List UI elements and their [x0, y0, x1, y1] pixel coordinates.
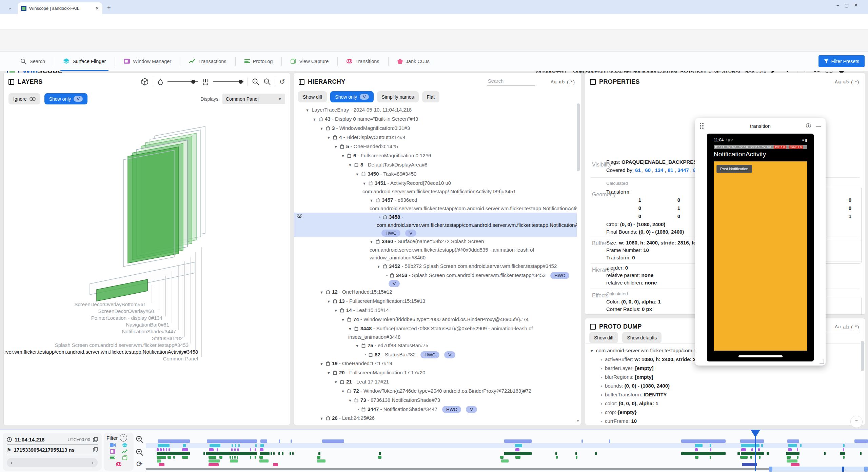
caret-down-icon[interactable]: ▼ — [377, 263, 383, 271]
protolog-track-segment[interactable] — [787, 456, 791, 459]
timestamp-value[interactable]: 11:04:14.218 — [15, 437, 44, 442]
collapse-panel-icon[interactable] — [590, 79, 596, 85]
next-frame-icon[interactable]: › — [92, 460, 94, 465]
transactions-track-segment[interactable] — [681, 452, 726, 455]
protolog-track-segment[interactable] — [182, 456, 188, 459]
screen-recording-track-segment[interactable] — [681, 439, 726, 443]
screen-recording-track-segment[interactable] — [740, 439, 764, 443]
protolog-track-segment[interactable] — [237, 456, 238, 459]
protolog-filter-icon[interactable] — [110, 455, 115, 459]
regex-icon[interactable]: (.*) — [851, 80, 860, 84]
tree-row[interactable]: ▼3452 - 58b272 Splash Screen com.android… — [294, 262, 577, 271]
tree-row[interactable]: ▼LayerTraceEntry - 2024-05-10, 11:04:14.… — [294, 105, 577, 115]
properties-search-options[interactable]: Aa ab (.*) — [835, 80, 860, 84]
view-capture-track-segment[interactable] — [230, 459, 238, 463]
tab-view-capture[interactable]: View Capture — [282, 52, 337, 71]
simplify-names-chip[interactable]: Simplify names — [377, 91, 419, 102]
window-manager-track-segment[interactable] — [741, 448, 746, 451]
whole-word-icon[interactable]: ab — [843, 80, 849, 84]
transactions-track-segment[interactable] — [824, 452, 826, 455]
transitions-track-segment[interactable] — [159, 463, 164, 466]
screen-recording-track-segment[interactable] — [854, 439, 868, 443]
tree-row[interactable]: ▼3450 - Task=89#3450 — [294, 170, 577, 179]
protolog-track-segment[interactable] — [219, 456, 222, 459]
proto-row[interactable]: ●bounds: (0, 0) - (1080, 2400) — [590, 381, 860, 390]
caret-down-icon[interactable]: ▼ — [370, 238, 376, 246]
view-capture-track-segment[interactable] — [259, 459, 269, 463]
surface-flinger-track-segment[interactable] — [695, 444, 703, 447]
window-manager-track-segment[interactable] — [843, 448, 844, 451]
protolog-track-segment[interactable] — [515, 456, 520, 459]
transactions-track-segment[interactable] — [840, 452, 845, 455]
caret-down-icon[interactable]: ▼ — [327, 134, 333, 142]
caret-down-icon[interactable]: ▼ — [355, 171, 361, 178]
transactions-track-segment[interactable] — [379, 452, 381, 455]
surface-flinger-track-segment[interactable] — [158, 444, 170, 447]
tree-row[interactable]: ▼43 - Display 0 name="Built-in Screen"#4… — [294, 115, 577, 124]
proto-row[interactable]: ●blurRegions: [empty] — [590, 373, 860, 381]
prev-frame-icon[interactable]: ‹ — [11, 460, 12, 465]
transitions-track-segment[interactable] — [209, 463, 219, 466]
tree-row[interactable]: ▼14 - Leaf:15:15#14 — [294, 306, 577, 315]
window-manager-filter-icon[interactable] — [110, 449, 115, 454]
surface-flinger-track-segment[interactable] — [788, 444, 797, 447]
protolog-track-segment[interactable] — [556, 456, 558, 459]
screen-recording-track-segment[interactable] — [504, 439, 532, 443]
transactions-track-segment[interactable] — [206, 452, 257, 455]
protolog-track-segment[interactable] — [209, 456, 216, 459]
new-tab-button[interactable]: + — [107, 4, 111, 11]
flat-chip[interactable]: Flat — [422, 91, 439, 102]
tab-transitions[interactable]: Transitions — [338, 52, 388, 71]
transition-highlight-track-segment[interactable] — [742, 463, 757, 466]
tree-row[interactable]: ▼26 - Leaf:24:25#26 — [294, 414, 577, 423]
3d-view-cube-icon[interactable] — [141, 78, 149, 86]
protolog-track-segment[interactable] — [797, 456, 798, 459]
transactions-track-segment[interactable] — [271, 452, 272, 455]
surface-flinger-track-segment[interactable] — [800, 444, 802, 447]
tree-row[interactable]: •3453 - Splash Screen com.android.server… — [294, 271, 577, 288]
screen-recording-track-segment[interactable] — [787, 439, 799, 443]
window-manager-track-segment[interactable] — [166, 448, 167, 451]
timestamp-row[interactable]: 11:04:14.218 UTC+00:00 — [7, 435, 98, 445]
tree-row[interactable]: ▼72 - WindowToken{a2746de type=2040 andr… — [294, 387, 577, 396]
protolog-track-segment[interactable] — [740, 456, 748, 459]
surface-flinger-filter-icon[interactable] — [122, 443, 127, 448]
match-case-icon[interactable]: Aa — [835, 324, 841, 329]
layers-3d-canvas[interactable] — [4, 102, 290, 424]
transactions-filter-icon[interactable] — [122, 449, 127, 454]
zoom-in-icon[interactable] — [252, 78, 259, 85]
tree-row[interactable]: ▼3448 - Surface(name=ed70f88 StatusBar)/… — [294, 324, 577, 341]
window-manager-track-segment[interactable] — [169, 448, 170, 451]
transactions-track-segment[interactable] — [786, 452, 800, 455]
tree-row[interactable]: ▼21 - Leaf:17:17#21 — [294, 377, 577, 387]
view-capture-track-segment[interactable] — [157, 459, 161, 463]
surface-flinger-track-segment[interactable] — [761, 444, 763, 447]
caret-down-icon[interactable]: ▼ — [320, 415, 326, 422]
protolog-track-segment[interactable] — [500, 456, 504, 459]
frame-nav[interactable]: ‹ › — [7, 458, 98, 467]
view-capture-track-segment[interactable] — [317, 459, 326, 463]
caret-down-icon[interactable]: ▼ — [341, 316, 347, 324]
screen-recording-track-segment[interactable] — [322, 439, 344, 443]
collapse-panel-icon[interactable] — [8, 79, 14, 85]
window-manager-track-segment[interactable] — [788, 448, 792, 451]
tree-row[interactable]: ▼3460 - Surface(name=58b272 Splash Scree… — [294, 237, 577, 262]
caret-down-icon[interactable]: ▼ — [348, 325, 354, 333]
screen-recording-track-segment[interactable] — [609, 439, 610, 443]
screen-recording-track-segment[interactable] — [581, 439, 583, 443]
window-manager-track-segment[interactable] — [157, 448, 159, 451]
collapse-panel-icon[interactable] — [299, 79, 304, 85]
browser-tab[interactable]: Winscope | sandbox-FAIL ✕ — [18, 2, 102, 14]
protolog-track-segment[interactable] — [167, 456, 171, 459]
whole-word-icon[interactable]: ab — [843, 324, 849, 329]
transactions-track-segment[interactable] — [260, 452, 270, 455]
reset-view-icon[interactable]: ↺ — [279, 78, 285, 86]
window-manager-track-segment[interactable] — [710, 448, 711, 451]
caret-down-icon[interactable]: ▼ — [305, 106, 312, 114]
show-only-v-chip[interactable]: Show only V — [330, 91, 373, 102]
tree-row[interactable]: ▼8 - DefaultTaskDisplayArea#8 — [294, 160, 577, 170]
surface-flinger-track-segment[interactable] — [210, 444, 220, 447]
screen-recording-track-segment[interactable] — [291, 439, 292, 443]
surface-flinger-track-segment[interactable] — [255, 444, 257, 447]
window-manager-track-segment[interactable] — [255, 448, 256, 451]
